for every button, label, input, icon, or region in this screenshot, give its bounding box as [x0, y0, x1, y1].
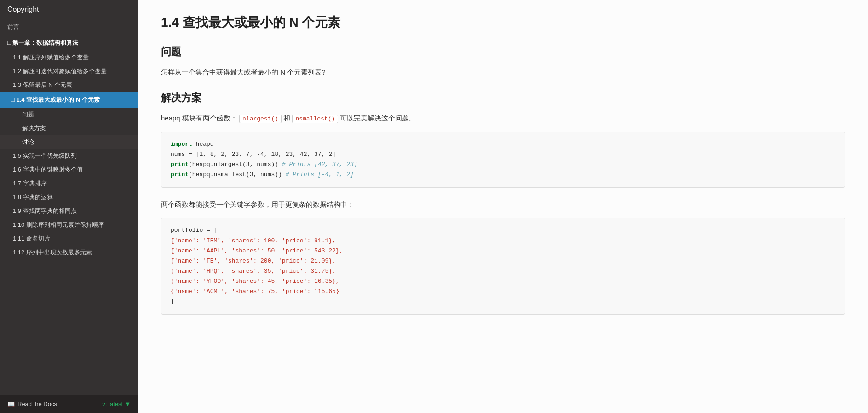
code2-line-1: portfolio = [ [171, 225, 835, 235]
section-problem-heading: 问题 [161, 45, 845, 59]
section-solution-heading: 解决方案 [161, 91, 845, 105]
print-rest-2: (heapq.nsmallest(3, nums)) [189, 171, 282, 178]
sidebar-chapter1[interactable]: □ 第一章：数据结构和算法 [0, 35, 138, 51]
code2-line-8: ] [171, 297, 835, 307]
comment-2: # Prints [-4, 1, 2] [282, 171, 354, 178]
chevron-down-icon: ▼ [125, 401, 131, 407]
nlargest-code: nlargest() [239, 115, 282, 123]
code2-line-5: {'name': 'HPQ', 'shares': 35, 'price': 3… [171, 266, 835, 276]
sidebar-item-1-11[interactable]: 1.11 命名切片 [0, 232, 138, 246]
code2-line-2: {'name': 'IBM', 'shares': 100, 'price': … [171, 236, 835, 246]
sidebar-item-1-9[interactable]: 1.9 查找两字典的相同点 [0, 204, 138, 218]
solution-and: 和 [283, 114, 292, 122]
sidebar-content: Copyright 前言 □ 第一章：数据结构和算法 1.1 解压序列赋值给多个… [0, 0, 138, 395]
para2: 两个函数都能接受一个关键字参数，用于更复杂的数据结构中： [161, 199, 845, 211]
solution-intro: heapq 模块有两个函数： [161, 114, 237, 122]
chapter1-toggle: □ [7, 39, 11, 46]
book-icon: 📖 [7, 401, 15, 407]
code-line-4: print(heapq.nsmallest(3, nums)) # Prints… [171, 170, 835, 180]
problem-text: 怎样从一个集合中获得最大或者最小的 N 个元素列表? [161, 66, 845, 78]
sidebar-item-1-6[interactable]: 1.6 字典中的键映射多个值 [0, 163, 138, 177]
sidebar-item-1-10[interactable]: 1.10 删除序列相同元素并保持顺序 [0, 218, 138, 232]
sidebar-item-1-2[interactable]: 1.2 解压可迭代对象赋值给多个变量 [0, 64, 138, 78]
import-rest: heapq [192, 141, 214, 148]
code2-line-3: {'name': 'AAPL', 'shares': 50, 'price': … [171, 246, 835, 256]
version-selector[interactable]: v: latest ▼ [102, 401, 131, 407]
page-title: 1.4 查找最大或最小的 N 个元素 [161, 14, 845, 31]
code-line-1: import heapq [171, 139, 835, 149]
rtd-logo[interactable]: 📖 Read the Docs [7, 401, 57, 407]
solution-suffix: 可以完美解决这个问题。 [340, 114, 416, 122]
nsmallest-code: nsmallest() [292, 115, 338, 123]
active-toggle: □ [11, 96, 16, 103]
sidebar-copyright[interactable]: Copyright [0, 0, 138, 19]
sidebar-item-1-5[interactable]: 1.5 实现一个优先级队列 [0, 149, 138, 163]
code-line-2: nums = [1, 8, 2, 23, 7, -4, 18, 23, 42, … [171, 149, 835, 160]
code2-line-4: {'name': 'FB', 'shares': 200, 'price': 2… [171, 256, 835, 266]
version-label: v: latest [102, 401, 123, 407]
sidebar-item-1-4-discussion[interactable]: 讨论 [0, 135, 138, 149]
sidebar-item-1-4-solution[interactable]: 解决方案 [0, 121, 138, 135]
sidebar-item-1-8[interactable]: 1.8 字典的运算 [0, 190, 138, 204]
sidebar-item-1-7[interactable]: 1.7 字典排序 [0, 177, 138, 190]
import-keyword: import [171, 141, 192, 148]
sidebar-footer: 📖 Read the Docs v: latest ▼ [0, 395, 138, 413]
code2-line-7: {'name': 'ACME', 'shares': 75, 'price': … [171, 287, 835, 297]
sidebar-item-1-4-problem[interactable]: 问题 [0, 108, 138, 121]
code-block-1: import heapq nums = [1, 8, 2, 23, 7, -4,… [161, 132, 845, 188]
code-block-2: portfolio = [ {'name': 'IBM', 'shares': … [161, 218, 845, 315]
solution-paragraph: heapq 模块有两个函数： nlargest() 和 nsmallest() … [161, 112, 845, 124]
sidebar: Copyright 前言 □ 第一章：数据结构和算法 1.1 解压序列赋值给多个… [0, 0, 138, 413]
sidebar-item-preface[interactable]: 前言 [0, 19, 138, 35]
active-label: 1.4 查找最大或最小的 N 个元素 [16, 96, 99, 103]
sidebar-item-1-4[interactable]: □ 1.4 查找最大或最小的 N 个元素 [0, 92, 138, 108]
print-kw-2: print [171, 171, 189, 178]
rtd-label: Read the Docs [17, 401, 57, 407]
print-rest-1: (heapq.nlargest(3, nums)) [189, 161, 278, 168]
main-content: 1.4 查找最大或最小的 N 个元素 问题 怎样从一个集合中获得最大或者最小的 … [138, 0, 868, 413]
print-kw-1: print [171, 161, 189, 168]
comment-1: # Prints [42, 37, 23] [278, 161, 357, 168]
sidebar-item-1-3[interactable]: 1.3 保留最后 N 个元素 [0, 78, 138, 92]
chapter1-label: 第一章：数据结构和算法 [12, 39, 78, 46]
sidebar-item-1-1[interactable]: 1.1 解压序列赋值给多个变量 [0, 51, 138, 64]
code2-line-6: {'name': 'YHOO', 'shares': 45, 'price': … [171, 276, 835, 287]
code-line-3: print(heapq.nlargest(3, nums)) # Prints … [171, 160, 835, 170]
sidebar-item-1-12[interactable]: 1.12 序列中出现次数最多元素 [0, 246, 138, 259]
